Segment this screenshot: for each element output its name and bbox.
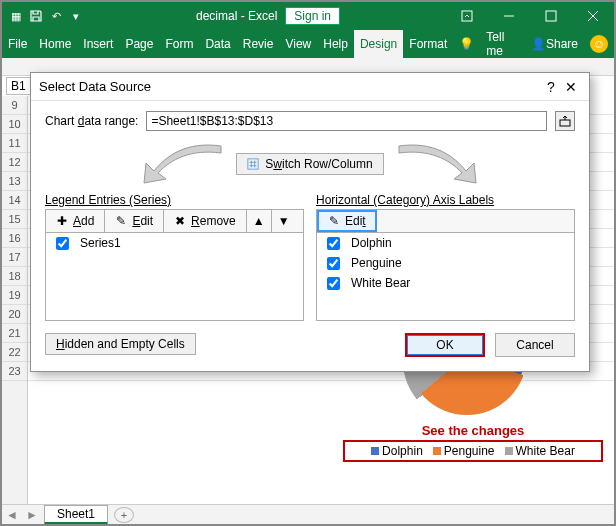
chart-range-label: Chart data range: xyxy=(45,114,138,128)
category-listbox[interactable]: Dolphin Penguine White Bear xyxy=(316,233,575,321)
move-down-button[interactable]: ▼ xyxy=(272,210,296,232)
row-header[interactable]: 12 xyxy=(2,153,27,172)
tab-home[interactable]: Home xyxy=(33,30,77,58)
switch-row-column-row: Switch Row/Column xyxy=(45,139,575,189)
swatch-icon xyxy=(371,447,379,455)
swatch-icon xyxy=(433,447,441,455)
cancel-button[interactable]: Cancel xyxy=(495,333,575,357)
sheet-nav-prev-icon[interactable]: ◄ xyxy=(2,508,22,522)
select-data-source-dialog: Select Data Source ? ✕ Chart data range:… xyxy=(30,72,590,372)
close-button[interactable] xyxy=(572,2,614,30)
row-header[interactable]: 10 xyxy=(2,115,27,134)
tab-help[interactable]: Help xyxy=(317,30,354,58)
ribbon-tabs: File Home Insert Page Form Data Revie Vi… xyxy=(2,30,614,58)
tab-design[interactable]: Design xyxy=(354,30,403,58)
tab-file[interactable]: File xyxy=(2,30,33,58)
chart-range-input[interactable]: =Sheet1!$B$13:$D$13 xyxy=(146,111,547,131)
row-header[interactable]: 15 xyxy=(2,210,27,229)
row-header[interactable]: 23 xyxy=(2,362,27,381)
tab-formulas[interactable]: Form xyxy=(159,30,199,58)
collapse-dialog-icon[interactable] xyxy=(555,111,575,131)
dialog-title: Select Data Source xyxy=(39,79,541,94)
remove-series-button[interactable]: ✖Remove xyxy=(164,210,247,232)
sign-in-button[interactable]: Sign in xyxy=(285,7,340,25)
row-header[interactable]: 21 xyxy=(2,324,27,343)
sheet-tab[interactable]: Sheet1 xyxy=(44,505,108,525)
row-header[interactable]: 18 xyxy=(2,267,27,286)
switch-row-column-button[interactable]: Switch Row/Column xyxy=(236,153,383,175)
edit-axis-labels-button[interactable]: ✎Edit xyxy=(317,210,377,232)
category-item[interactable]: White Bear xyxy=(317,273,574,293)
row-header[interactable]: 16 xyxy=(2,229,27,248)
edit-icon: ✎ xyxy=(328,215,340,227)
sheet-nav-next-icon[interactable]: ► xyxy=(22,508,42,522)
svg-rect-5 xyxy=(560,120,570,126)
tab-view[interactable]: View xyxy=(279,30,317,58)
tab-review[interactable]: Revie xyxy=(237,30,280,58)
category-item[interactable]: Dolphin xyxy=(317,233,574,253)
category-checkbox[interactable] xyxy=(327,237,340,250)
qat-dropdown-icon[interactable]: ▾ xyxy=(68,8,84,24)
axis-labels-header: Horizontal (Category) Axis Labels xyxy=(316,193,575,207)
row-header[interactable]: 19 xyxy=(2,286,27,305)
edit-series-button[interactable]: ✎Edit xyxy=(105,210,164,232)
tab-page[interactable]: Page xyxy=(119,30,159,58)
series-listbox[interactable]: Series1 xyxy=(45,233,304,321)
switch-label: Switch Row/Column xyxy=(265,157,372,171)
row-header[interactable]: 22 xyxy=(2,343,27,362)
legend-entries-column: Legend Entries (Series) ✚Add ✎Edit ✖Remo… xyxy=(45,193,304,357)
dialog-close-button[interactable]: ✕ xyxy=(561,79,581,95)
dialog-titlebar[interactable]: Select Data Source ? ✕ xyxy=(31,73,589,101)
category-checkbox[interactable] xyxy=(327,277,340,290)
category-item[interactable]: Penguine xyxy=(317,253,574,273)
arrow-right-icon xyxy=(384,141,494,187)
swatch-icon xyxy=(505,447,513,455)
category-label: Penguine xyxy=(351,256,402,270)
tell-me[interactable]: Tell me xyxy=(480,30,525,58)
row-header[interactable]: 17 xyxy=(2,248,27,267)
annotation-text: See the changes xyxy=(343,423,603,438)
row-header[interactable]: 14 xyxy=(2,191,27,210)
svg-rect-2 xyxy=(546,11,556,21)
tab-insert[interactable]: Insert xyxy=(77,30,119,58)
quick-access-toolbar: ▦ ↶ ▾ xyxy=(2,8,90,24)
series-label: Series1 xyxy=(80,236,121,250)
move-up-button[interactable]: ▲ xyxy=(247,210,272,232)
legend-toolbar: ✚Add ✎Edit ✖Remove ▲ ▼ xyxy=(45,209,304,233)
autosave-icon[interactable]: ▦ xyxy=(8,8,24,24)
tab-data[interactable]: Data xyxy=(199,30,236,58)
series-item[interactable]: Series1 xyxy=(46,233,303,253)
ribbon-options-icon[interactable] xyxy=(446,2,488,30)
row-header[interactable]: 11 xyxy=(2,134,27,153)
row-header[interactable]: 20 xyxy=(2,305,27,324)
row-header[interactable]: 9 xyxy=(2,96,27,115)
row-header[interactable]: 13 xyxy=(2,172,27,191)
dialog-help-button[interactable]: ? xyxy=(541,79,561,95)
add-sheet-button[interactable]: + xyxy=(114,507,134,523)
ok-button[interactable]: OK xyxy=(405,333,485,357)
svg-rect-0 xyxy=(462,11,472,21)
add-icon: ✚ xyxy=(56,215,68,227)
legend-entries-header: Legend Entries (Series) xyxy=(45,193,304,207)
category-checkbox[interactable] xyxy=(327,257,340,270)
legend-item: White Bear xyxy=(505,444,575,458)
minimize-button[interactable] xyxy=(488,2,530,30)
switch-icon xyxy=(247,158,259,170)
legend-item: Dolphin xyxy=(371,444,423,458)
sheet-tab-bar: ◄ ► Sheet1 + xyxy=(2,504,614,524)
series-checkbox[interactable] xyxy=(56,237,69,250)
remove-icon: ✖ xyxy=(174,215,186,227)
tab-format[interactable]: Format xyxy=(403,30,453,58)
save-icon[interactable] xyxy=(28,8,44,24)
maximize-button[interactable] xyxy=(530,2,572,30)
add-series-button[interactable]: ✚Add xyxy=(46,210,105,232)
smiley-icon[interactable]: ☺ xyxy=(590,35,608,53)
hidden-empty-cells-button[interactable]: Hidden and Empty Cells xyxy=(45,333,196,355)
legend-item: Penguine xyxy=(433,444,495,458)
axis-labels-column: Horizontal (Category) Axis Labels ✎Edit … xyxy=(316,193,575,357)
tell-me-icon[interactable]: 💡 xyxy=(453,30,480,58)
undo-icon[interactable]: ↶ xyxy=(48,8,64,24)
category-label: Dolphin xyxy=(351,236,392,250)
share-button[interactable]: 👤 Share xyxy=(525,30,584,58)
svg-rect-6 xyxy=(248,159,258,169)
